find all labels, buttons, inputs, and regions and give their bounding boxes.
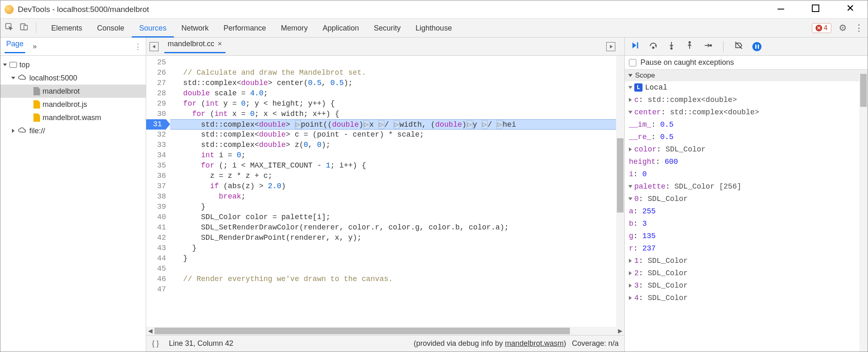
scope-header[interactable]: Scope <box>625 70 868 81</box>
settings-gear-icon[interactable]: ⚙ <box>839 23 847 33</box>
cloud-icon <box>18 74 27 83</box>
var-row[interactable]: 2: SDL_Color <box>625 267 868 279</box>
var-row[interactable]: height: 600 <box>625 156 868 168</box>
var-row[interactable]: 3: SDL_Color <box>625 279 868 292</box>
var-row[interactable]: color: SDL_Color <box>625 143 868 156</box>
opened-file-tab[interactable]: mandelbrot.cc × <box>164 40 225 53</box>
tab-memory[interactable]: Memory <box>273 19 315 38</box>
sidebar-head: Page » ⋮ <box>0 38 146 56</box>
nav-back-icon[interactable] <box>149 42 159 51</box>
sources-sidebar: Page » ⋮ top localhost:5000 mandelbrot m… <box>0 38 146 352</box>
step-icon[interactable] <box>703 41 712 52</box>
close-tab-icon[interactable]: × <box>218 40 222 48</box>
debug-toolbar <box>625 38 868 56</box>
sidebar-more-icon[interactable]: ⋮ <box>134 42 142 51</box>
deactivate-breakpoints-icon[interactable] <box>734 41 743 52</box>
tree-label: file:// <box>29 127 45 135</box>
editor-tabbar: mandelbrot.cc × <box>146 38 624 56</box>
file-tree: top localhost:5000 mandelbrot mandelbrot… <box>0 56 146 140</box>
var-row[interactable]: b: 3 <box>625 217 868 230</box>
var-row[interactable]: 4: SDL_Color <box>625 292 868 304</box>
var-row[interactable]: palette: SDL_Color [256] <box>625 180 868 193</box>
svg-rect-2 <box>24 25 27 30</box>
expand-triangle-icon[interactable] <box>628 74 633 77</box>
var-row[interactable]: r: 237 <box>625 242 868 255</box>
code-lines[interactable]: // Calculate and draw the Mandelbrot set… <box>170 56 624 327</box>
expand-triangle-icon[interactable] <box>3 64 7 66</box>
var-row[interactable]: __im_: 0.5 <box>625 118 868 131</box>
device-toolbar-icon[interactable] <box>19 22 28 33</box>
var-row[interactable]: a: 255 <box>625 205 868 217</box>
tree-label: mandelbrot.js <box>43 100 87 109</box>
svg-rect-3 <box>637 43 638 49</box>
more-tabs-chevron-icon[interactable]: » <box>33 42 37 51</box>
pretty-print-icon[interactable]: { } <box>152 339 159 348</box>
scope-tree[interactable]: LLocal c: std::complex<double> center: s… <box>625 81 868 352</box>
tab-network[interactable]: Network <box>174 19 216 38</box>
debugger-vertical-scrollbar[interactable] <box>859 74 868 352</box>
var-row[interactable]: center: std::complex<double> <box>625 106 868 118</box>
line-gutter[interactable]: 2526272829303132333435363738394041424344… <box>146 56 170 327</box>
tree-top[interactable]: top <box>0 58 146 71</box>
scope-local-row[interactable]: LLocal <box>625 81 868 94</box>
close-button[interactable]: ✕ <box>841 5 859 14</box>
scroll-right-arrow-icon[interactable]: ► <box>616 327 624 335</box>
devtools-tabbar: Elements Console Sources Network Perform… <box>0 19 868 38</box>
cloud-icon <box>18 127 27 135</box>
tab-security[interactable]: Security <box>366 19 408 38</box>
tab-application[interactable]: Application <box>315 19 366 38</box>
tab-console[interactable]: Console <box>90 19 132 38</box>
editor-horizontal-scrollbar[interactable]: ◄ ► <box>146 327 624 335</box>
file-icon <box>33 87 40 95</box>
debug-info-source: (provided via debug info by mandelbrot.w… <box>414 339 566 348</box>
var-row[interactable]: 1: SDL_Color <box>625 255 868 267</box>
tree-file-mandelbrot-wasm[interactable]: mandelbrot.wasm <box>0 111 146 124</box>
debug-info-link[interactable]: mandelbrot.wasm <box>505 339 564 347</box>
tree-file-scheme[interactable]: file:// <box>0 124 146 137</box>
tree-file-mandelbrot[interactable]: mandelbrot <box>0 85 146 98</box>
pause-state-icon[interactable] <box>752 42 761 51</box>
minimize-button[interactable] <box>772 5 790 14</box>
window-title: DevTools - localhost:5000/mandelbrot <box>18 5 149 14</box>
window-frame-icon <box>9 62 17 68</box>
step-over-icon[interactable] <box>649 41 658 52</box>
var-row[interactable]: __re_: 0.5 <box>625 131 868 143</box>
editor-vertical-scrollbar[interactable] <box>616 56 624 327</box>
scrollbar-thumb[interactable] <box>617 138 624 213</box>
step-out-icon[interactable] <box>685 41 694 52</box>
scroll-left-arrow-icon[interactable]: ◄ <box>146 327 154 335</box>
maximize-button[interactable] <box>806 5 825 14</box>
opened-file-name: mandelbrot.cc <box>168 40 214 48</box>
svg-point-7 <box>710 45 712 46</box>
scrollbar-thumb[interactable] <box>860 74 867 107</box>
tree-file-mandelbrot-js[interactable]: mandelbrot.js <box>0 98 146 111</box>
resume-icon[interactable] <box>631 41 640 52</box>
nav-forward-icon[interactable] <box>606 42 615 51</box>
var-row[interactable]: i: 0 <box>625 168 868 180</box>
scrollbar-thumb[interactable] <box>154 328 570 334</box>
tab-elements[interactable]: Elements <box>44 19 90 38</box>
step-into-icon[interactable] <box>667 41 676 52</box>
var-row[interactable]: 0: SDL_Color <box>625 193 868 205</box>
code-area[interactable]: 2526272829303132333435363738394041424344… <box>146 56 624 327</box>
page-tab[interactable]: Page <box>5 40 25 53</box>
devtools-app-icon <box>5 5 14 14</box>
var-row[interactable]: g: 135 <box>625 230 868 242</box>
tab-performance[interactable]: Performance <box>216 19 273 38</box>
pause-on-caught-checkbox[interactable] <box>629 59 636 66</box>
expand-triangle-icon[interactable] <box>12 129 14 133</box>
tree-label: mandelbrot.wasm <box>43 113 101 122</box>
debugger-panel: Pause on caught exceptions Scope LLocal … <box>625 38 868 352</box>
tree-label: mandelbrot <box>43 87 80 96</box>
tab-sources[interactable]: Sources <box>132 19 174 38</box>
var-row[interactable]: c: std::complex<double> <box>625 94 868 106</box>
titlebar: DevTools - localhost:5000/mandelbrot ✕ <box>0 0 868 19</box>
js-file-icon <box>33 100 40 109</box>
inspect-element-icon[interactable] <box>5 22 14 33</box>
more-menu-icon[interactable]: ⋮ <box>854 23 863 33</box>
error-count-badge[interactable]: ✕4 <box>812 23 831 33</box>
tree-host[interactable]: localhost:5000 <box>0 71 146 85</box>
expand-triangle-icon[interactable] <box>11 77 15 79</box>
tab-lighthouse[interactable]: Lighthouse <box>408 19 459 38</box>
pause-on-caught-row[interactable]: Pause on caught exceptions <box>625 56 868 69</box>
